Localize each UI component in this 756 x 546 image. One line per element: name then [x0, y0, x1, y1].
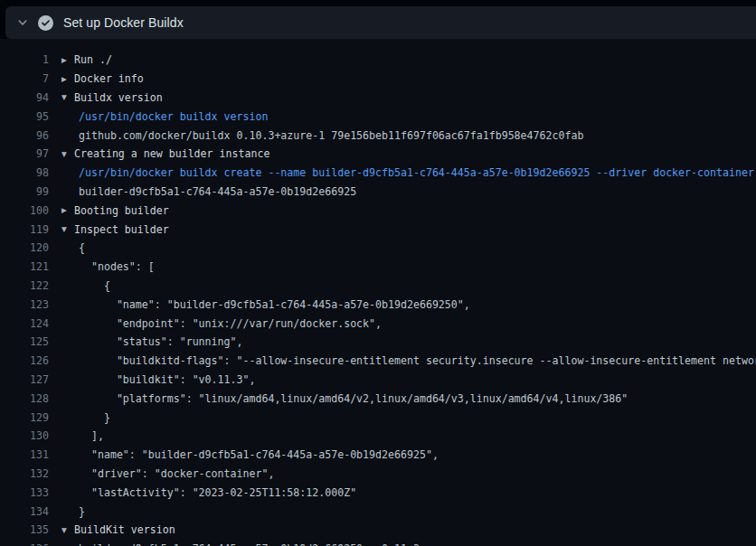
log-text: "lastActivity": "2023-02-25T11:58:12.000… [74, 486, 356, 499]
log-group-row[interactable]: 94▼Buildx version [0, 89, 756, 108]
log-text: "status": "running", [74, 335, 242, 348]
log-text: ], [74, 429, 104, 442]
log-row: 129 } [0, 408, 756, 427]
log-group-row[interactable]: 119▼Inspect builder [0, 220, 756, 239]
line-number[interactable]: 136 [13, 542, 49, 546]
check-circle-icon [38, 15, 53, 31]
log-row: 127 "buildkit": "v0.11.3", [0, 371, 756, 390]
log-text: { [74, 279, 110, 292]
line-number[interactable]: 128 [13, 392, 49, 405]
disclosure-triangle-icon[interactable]: ▶ [60, 206, 74, 214]
line-number[interactable]: 120 [13, 241, 49, 254]
line-number[interactable]: 1 [13, 53, 49, 66]
line-number[interactable]: 131 [13, 448, 49, 461]
line-number[interactable]: 126 [13, 354, 49, 367]
group-title[interactable]: Creating a new builder instance [74, 147, 269, 160]
log-row: 121 "nodes": [ [0, 258, 756, 277]
log-row: 99builder-d9cfb5a1-c764-445a-a57e-0b19d2… [0, 183, 756, 202]
group-title[interactable]: BuildKit version [74, 523, 175, 536]
log-row: 126 "buildkitd-flags": "--allow-insecure… [0, 352, 756, 371]
log-row: 120{ [0, 239, 756, 258]
log-row: 132 "driver": "docker-container", [0, 465, 756, 484]
log-text: "name": "builder-d9cfb5a1-c764-445a-a57e… [74, 298, 470, 311]
log-row: 133 "lastActivity": "2023-02-25T11:58:12… [0, 483, 756, 502]
log-text: github.com/docker/buildx 0.10.3+azure-1 … [74, 129, 583, 142]
disclosure-triangle-icon[interactable]: ▼ [60, 225, 74, 233]
log-group-row[interactable]: 7▶Docker info [0, 70, 756, 89]
line-number[interactable]: 94 [13, 91, 49, 104]
disclosure-triangle-icon[interactable]: ▶ [60, 75, 74, 83]
group-title[interactable]: Inspect builder [74, 223, 169, 236]
line-number[interactable]: 96 [13, 129, 49, 142]
disclosure-triangle-icon[interactable]: ▼ [60, 150, 74, 158]
log-row: 124 "endpoint": "unix:///var/run/docker.… [0, 314, 756, 333]
line-number[interactable]: 97 [13, 147, 49, 160]
line-number[interactable]: 132 [13, 467, 49, 480]
log-text: /usr/bin/docker buildx create --name bui… [74, 166, 754, 179]
log-group-row[interactable]: 135▼BuildKit version [0, 521, 756, 540]
log-text: "nodes": [ [74, 260, 155, 273]
step-header[interactable]: Set up Docker Buildx [5, 6, 756, 39]
disclosure-triangle-icon[interactable]: ▼ [60, 93, 74, 101]
step-title: Set up Docker Buildx [63, 15, 184, 30]
line-number[interactable]: 99 [13, 185, 49, 198]
line-number[interactable]: 121 [13, 260, 49, 273]
disclosure-triangle-icon[interactable]: ▼ [60, 526, 74, 534]
line-number[interactable]: 98 [13, 166, 49, 179]
line-number[interactable]: 7 [13, 72, 49, 85]
line-number[interactable]: 100 [13, 204, 49, 217]
log-row: 98/usr/bin/docker buildx create --name b… [0, 164, 756, 183]
log-row: 134} [0, 502, 756, 521]
log-group-row[interactable]: 100▶Booting builder [0, 201, 756, 220]
group-title[interactable]: Run ./ [74, 53, 112, 66]
chevron-down-icon[interactable] [16, 16, 29, 29]
line-number[interactable]: 133 [13, 486, 49, 499]
line-number[interactable]: 130 [13, 429, 49, 442]
log-row: 131 "name": "builder-d9cfb5a1-c764-445a-… [0, 446, 756, 465]
log-text: builder-d9cfb5a1-c764-445a-a57e-0b19d2e6… [74, 542, 420, 546]
log-text: { [74, 241, 85, 254]
log-row: 125 "status": "running", [0, 333, 756, 352]
group-title[interactable]: Booting builder [74, 204, 169, 217]
log-row: 123 "name": "builder-d9cfb5a1-c764-445a-… [0, 295, 756, 314]
log-text: } [74, 411, 110, 424]
log-row: 136builder-d9cfb5a1-c764-445a-a57e-0b19d… [0, 540, 756, 546]
group-title[interactable]: Buildx version [74, 91, 163, 104]
line-number[interactable]: 135 [13, 523, 49, 536]
line-number[interactable]: 125 [13, 335, 49, 348]
line-number[interactable]: 123 [13, 298, 49, 311]
log-row: 128 "platforms": "linux/amd64,linux/amd6… [0, 389, 756, 408]
line-number[interactable]: 95 [13, 110, 49, 123]
line-number[interactable]: 122 [13, 279, 49, 292]
log-group-row[interactable]: 1▶Run ./ [0, 51, 756, 70]
log-text: "name": "builder-d9cfb5a1-c764-445a-a57e… [74, 448, 439, 461]
log-group-row[interactable]: 97▼Creating a new builder instance [0, 145, 756, 164]
log-text: "buildkitd-flags": "--allow-insecure-ent… [74, 354, 756, 367]
disclosure-triangle-icon[interactable]: ▶ [60, 56, 74, 64]
line-number[interactable]: 124 [13, 317, 49, 330]
log-lines: 1▶Run ./7▶Docker info94▼Buildx version95… [0, 39, 756, 546]
line-number[interactable]: 134 [13, 505, 49, 518]
log-text: "endpoint": "unix:///var/run/docker.sock… [74, 317, 382, 330]
log-text: "driver": "docker-container", [74, 467, 274, 480]
group-title[interactable]: Docker info [74, 72, 144, 85]
log-row: 130 ], [0, 427, 756, 446]
log-text: "platforms": "linux/amd64,linux/amd64/v2… [74, 392, 628, 405]
log-row: 95/usr/bin/docker buildx version [0, 107, 756, 126]
log-row: 96github.com/docker/buildx 0.10.3+azure-… [0, 126, 756, 145]
line-number[interactable]: 119 [13, 223, 49, 236]
log-text: "buildkit": "v0.11.3", [74, 373, 255, 386]
log-text: builder-d9cfb5a1-c764-445a-a57e-0b19d2e6… [74, 185, 356, 198]
line-number[interactable]: 127 [13, 373, 49, 386]
log-text: /usr/bin/docker buildx version [74, 110, 268, 123]
line-number[interactable]: 129 [13, 411, 49, 424]
log-row: 122 { [0, 277, 756, 296]
log-text: } [74, 505, 85, 518]
